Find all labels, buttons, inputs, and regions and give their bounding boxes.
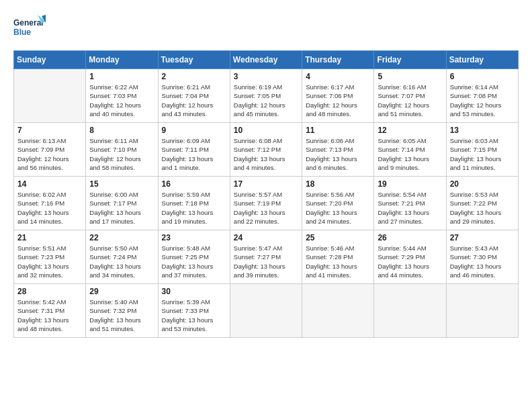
weekday-header: Saturday xyxy=(446,51,518,69)
day-number: 4 xyxy=(306,72,370,81)
day-info: Sunrise: 6:21 AM Sunset: 7:04 PM Dayligh… xyxy=(162,83,226,118)
calendar-cell xyxy=(446,284,518,338)
day-info: Sunrise: 6:09 AM Sunset: 7:11 PM Dayligh… xyxy=(162,136,226,172)
day-number: 7 xyxy=(17,126,82,135)
day-info: Sunrise: 6:06 AM Sunset: 7:13 PM Dayligh… xyxy=(306,136,370,172)
day-number: 3 xyxy=(234,72,298,81)
svg-text:General: General xyxy=(13,18,44,28)
day-info: Sunrise: 6:16 AM Sunset: 7:07 PM Dayligh… xyxy=(378,83,442,118)
day-info: Sunrise: 5:57 AM Sunset: 7:19 PM Dayligh… xyxy=(234,190,298,226)
calendar-cell: 4Sunrise: 6:17 AM Sunset: 7:06 PM Daylig… xyxy=(302,69,374,123)
day-number: 2 xyxy=(162,72,226,81)
calendar-cell: 19Sunrise: 5:54 AM Sunset: 7:21 PM Dayli… xyxy=(374,177,446,230)
day-number: 13 xyxy=(450,126,515,135)
day-info: Sunrise: 6:13 AM Sunset: 7:09 PM Dayligh… xyxy=(17,136,82,172)
day-number: 19 xyxy=(378,179,442,189)
calendar-week-row: 21Sunrise: 5:51 AM Sunset: 7:23 PM Dayli… xyxy=(14,230,519,284)
calendar-cell: 18Sunrise: 5:56 AM Sunset: 7:20 PM Dayli… xyxy=(302,177,374,230)
calendar-table: SundayMondayTuesdayWednesdayThursdayFrid… xyxy=(13,50,519,338)
weekday-header-row: SundayMondayTuesdayWednesdayThursdayFrid… xyxy=(14,51,519,69)
day-number: 26 xyxy=(378,233,442,242)
svg-text:Blue: Blue xyxy=(13,28,31,37)
day-number: 10 xyxy=(234,126,298,135)
calendar-cell: 17Sunrise: 5:57 AM Sunset: 7:19 PM Dayli… xyxy=(230,177,302,230)
day-info: Sunrise: 5:48 AM Sunset: 7:25 PM Dayligh… xyxy=(162,244,226,279)
day-number: 15 xyxy=(89,179,154,189)
calendar-cell: 24Sunrise: 5:47 AM Sunset: 7:27 PM Dayli… xyxy=(230,230,302,284)
day-number: 28 xyxy=(17,287,82,296)
day-number: 29 xyxy=(89,287,154,296)
calendar-cell: 16Sunrise: 5:59 AM Sunset: 7:18 PM Dayli… xyxy=(158,177,230,230)
logo: GeneralBlue xyxy=(13,13,47,44)
day-number: 5 xyxy=(378,72,442,81)
calendar-cell: 10Sunrise: 6:08 AM Sunset: 7:12 PM Dayli… xyxy=(230,123,302,177)
day-number: 11 xyxy=(306,126,370,135)
day-number: 9 xyxy=(162,126,226,135)
calendar-week-row: 28Sunrise: 5:42 AM Sunset: 7:31 PM Dayli… xyxy=(14,284,519,338)
day-info: Sunrise: 6:00 AM Sunset: 7:17 PM Dayligh… xyxy=(89,190,154,226)
day-info: Sunrise: 6:17 AM Sunset: 7:06 PM Dayligh… xyxy=(306,83,370,118)
calendar-cell: 9Sunrise: 6:09 AM Sunset: 7:11 PM Daylig… xyxy=(158,123,230,177)
day-info: Sunrise: 6:14 AM Sunset: 7:08 PM Dayligh… xyxy=(450,83,515,118)
day-info: Sunrise: 5:56 AM Sunset: 7:20 PM Dayligh… xyxy=(306,190,370,226)
day-info: Sunrise: 6:02 AM Sunset: 7:16 PM Dayligh… xyxy=(17,190,82,226)
calendar-cell: 8Sunrise: 6:11 AM Sunset: 7:10 PM Daylig… xyxy=(86,123,158,177)
day-info: Sunrise: 5:40 AM Sunset: 7:32 PM Dayligh… xyxy=(89,298,154,333)
day-number: 16 xyxy=(162,179,226,189)
weekday-header: Wednesday xyxy=(230,51,302,69)
day-number: 30 xyxy=(162,287,226,296)
weekday-header: Monday xyxy=(86,51,158,69)
calendar-cell xyxy=(14,69,86,123)
calendar-cell: 1Sunrise: 6:22 AM Sunset: 7:03 PM Daylig… xyxy=(86,69,158,123)
day-number: 14 xyxy=(17,179,82,189)
calendar-week-row: 7Sunrise: 6:13 AM Sunset: 7:09 PM Daylig… xyxy=(14,123,519,177)
day-info: Sunrise: 6:03 AM Sunset: 7:15 PM Dayligh… xyxy=(450,136,515,172)
day-number: 27 xyxy=(450,233,515,242)
day-info: Sunrise: 5:39 AM Sunset: 7:33 PM Dayligh… xyxy=(162,298,226,333)
calendar-cell: 21Sunrise: 5:51 AM Sunset: 7:23 PM Dayli… xyxy=(14,230,86,284)
day-number: 21 xyxy=(17,233,82,242)
weekday-header: Tuesday xyxy=(158,51,230,69)
calendar-cell: 3Sunrise: 6:19 AM Sunset: 7:05 PM Daylig… xyxy=(230,69,302,123)
day-info: Sunrise: 6:05 AM Sunset: 7:14 PM Dayligh… xyxy=(378,136,442,172)
day-info: Sunrise: 5:54 AM Sunset: 7:21 PM Dayligh… xyxy=(378,190,442,226)
day-number: 20 xyxy=(450,179,515,189)
day-number: 17 xyxy=(234,179,298,189)
day-info: Sunrise: 5:51 AM Sunset: 7:23 PM Dayligh… xyxy=(17,244,82,279)
day-number: 24 xyxy=(234,233,298,242)
day-number: 12 xyxy=(378,126,442,135)
calendar-cell: 15Sunrise: 6:00 AM Sunset: 7:17 PM Dayli… xyxy=(86,177,158,230)
weekday-header: Friday xyxy=(374,51,446,69)
calendar-cell: 5Sunrise: 6:16 AM Sunset: 7:07 PM Daylig… xyxy=(374,69,446,123)
calendar-cell: 27Sunrise: 5:43 AM Sunset: 7:30 PM Dayli… xyxy=(446,230,518,284)
calendar-week-row: 1Sunrise: 6:22 AM Sunset: 7:03 PM Daylig… xyxy=(14,69,519,123)
day-info: Sunrise: 5:43 AM Sunset: 7:30 PM Dayligh… xyxy=(450,244,515,279)
calendar-cell: 30Sunrise: 5:39 AM Sunset: 7:33 PM Dayli… xyxy=(158,284,230,338)
page-header: GeneralBlue xyxy=(13,13,519,44)
day-number: 23 xyxy=(162,233,226,242)
calendar-cell: 14Sunrise: 6:02 AM Sunset: 7:16 PM Dayli… xyxy=(14,177,86,230)
calendar-cell: 23Sunrise: 5:48 AM Sunset: 7:25 PM Dayli… xyxy=(158,230,230,284)
calendar-cell: 26Sunrise: 5:44 AM Sunset: 7:29 PM Dayli… xyxy=(374,230,446,284)
calendar-cell: 20Sunrise: 5:53 AM Sunset: 7:22 PM Dayli… xyxy=(446,177,518,230)
day-info: Sunrise: 6:08 AM Sunset: 7:12 PM Dayligh… xyxy=(234,136,298,172)
calendar-cell: 6Sunrise: 6:14 AM Sunset: 7:08 PM Daylig… xyxy=(446,69,518,123)
day-info: Sunrise: 5:47 AM Sunset: 7:27 PM Dayligh… xyxy=(234,244,298,279)
calendar-cell xyxy=(230,284,302,338)
day-info: Sunrise: 5:42 AM Sunset: 7:31 PM Dayligh… xyxy=(17,298,82,333)
calendar-cell: 28Sunrise: 5:42 AM Sunset: 7:31 PM Dayli… xyxy=(14,284,86,338)
calendar-cell: 2Sunrise: 6:21 AM Sunset: 7:04 PM Daylig… xyxy=(158,69,230,123)
calendar-cell xyxy=(302,284,374,338)
calendar-cell: 13Sunrise: 6:03 AM Sunset: 7:15 PM Dayli… xyxy=(446,123,518,177)
day-info: Sunrise: 6:19 AM Sunset: 7:05 PM Dayligh… xyxy=(234,83,298,118)
calendar-week-row: 14Sunrise: 6:02 AM Sunset: 7:16 PM Dayli… xyxy=(14,177,519,230)
logo-svg: GeneralBlue xyxy=(13,13,47,44)
day-number: 25 xyxy=(306,233,370,242)
calendar-cell: 11Sunrise: 6:06 AM Sunset: 7:13 PM Dayli… xyxy=(302,123,374,177)
day-info: Sunrise: 5:59 AM Sunset: 7:18 PM Dayligh… xyxy=(162,190,226,226)
day-info: Sunrise: 5:46 AM Sunset: 7:28 PM Dayligh… xyxy=(306,244,370,279)
day-info: Sunrise: 5:50 AM Sunset: 7:24 PM Dayligh… xyxy=(89,244,154,279)
day-number: 18 xyxy=(306,179,370,189)
day-info: Sunrise: 5:53 AM Sunset: 7:22 PM Dayligh… xyxy=(450,190,515,226)
calendar-cell xyxy=(374,284,446,338)
